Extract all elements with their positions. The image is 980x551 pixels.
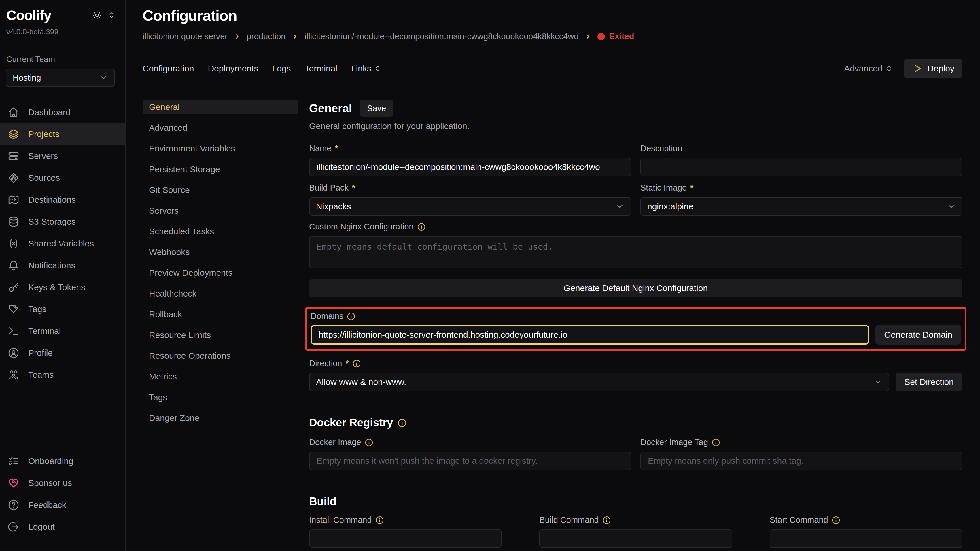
tags-icon [8, 303, 19, 315]
direction-label: Direction* [309, 359, 963, 368]
sidebar-item-notifications[interactable]: Notifications [0, 254, 125, 276]
sidebar-item-tags[interactable]: Tags [0, 298, 125, 320]
description-input[interactable] [640, 158, 963, 176]
info-icon[interactable] [347, 312, 355, 321]
build-pack-select[interactable]: Nixpacks [309, 197, 631, 216]
generate-domain-button[interactable]: Generate Domain [875, 325, 961, 345]
users-icon [8, 369, 19, 381]
start-command-input[interactable] [770, 529, 963, 548]
subnav-item-resource-operations[interactable]: Resource Operations [143, 349, 298, 363]
nginx-config-textarea[interactable] [309, 236, 963, 268]
sidebar-item-onboarding[interactable]: Onboarding [0, 450, 125, 472]
sidebar-item-profile[interactable]: Profile [0, 342, 125, 364]
git-source-icon [8, 172, 19, 184]
breadcrumb-application[interactable]: illicitestonion/-module--decomposition:m… [304, 32, 578, 41]
subnav-item-metrics[interactable]: Metrics [143, 369, 298, 384]
direction-select[interactable]: Allow www & non-www. [309, 373, 889, 391]
layers-icon [8, 128, 19, 140]
sidebar-item-sources[interactable]: Sources [0, 167, 125, 189]
subnav-item-environment-variables[interactable]: Environment Variables [143, 141, 298, 156]
subnav-item-scheduled-tasks[interactable]: Scheduled Tasks [143, 224, 298, 239]
sidebar-item-keys-tokens[interactable]: Keys & Tokens [0, 276, 125, 298]
subnav-item-webhooks[interactable]: Webhooks [143, 245, 298, 259]
docker-image-input[interactable] [309, 452, 631, 470]
domains-input[interactable] [310, 325, 869, 345]
sidebar-item-servers[interactable]: Servers [0, 145, 125, 167]
subnav-item-rollback[interactable]: Rollback [143, 307, 298, 322]
help-circle-icon [8, 499, 19, 511]
subnav-item-git-source[interactable]: Git Source [143, 183, 298, 197]
sidebar-item-shared-variables[interactable]: Shared Variables [0, 233, 125, 254]
static-image-select[interactable]: nginx:alpine [640, 197, 963, 216]
subnav-item-advanced[interactable]: Advanced [143, 121, 298, 135]
app-tabs: Configuration Deployments Logs Terminal … [143, 59, 963, 78]
breadcrumb-project[interactable]: illicitonion quote server [143, 32, 228, 41]
sidebar-item-s3-storages[interactable]: S3 Storages [0, 211, 125, 233]
server-icon [8, 150, 19, 162]
subnav-item-preview-deployments[interactable]: Preview Deployments [143, 266, 298, 280]
info-icon[interactable] [375, 516, 384, 524]
sidebar-item-logout[interactable]: Logout [0, 516, 125, 538]
info-icon[interactable] [352, 359, 361, 368]
general-description: General configuration for your applicati… [309, 121, 963, 131]
home-icon [8, 106, 19, 118]
subnav-item-general[interactable]: General [143, 100, 298, 114]
sidebar-item-terminal[interactable]: Terminal [0, 320, 125, 342]
generate-nginx-config-button[interactable]: Generate Default Nginx Configuration [309, 279, 963, 297]
subnav-item-danger-zone[interactable]: Danger Zone [143, 411, 298, 425]
subnav-item-tags[interactable]: Tags [143, 390, 298, 405]
general-heading: General [309, 102, 352, 115]
sidebar-item-destinations[interactable]: Destinations [0, 189, 125, 211]
info-icon[interactable] [398, 418, 407, 427]
build-command-input[interactable] [539, 529, 732, 548]
docker-image-label: Docker Image [309, 438, 631, 447]
subnav-item-resource-limits[interactable]: Resource Limits [143, 328, 298, 342]
subnav-item-persistent-storage[interactable]: Persistent Storage [143, 162, 298, 176]
checklist-icon [8, 455, 19, 467]
team-select[interactable]: Hosting [6, 68, 115, 87]
sidebar-footer-nav: Onboarding Sponsor us Feedback Logout [0, 450, 125, 538]
build-pack-label: Build Pack* [309, 183, 631, 192]
nginx-config-label: Custom Nginx Configuration [309, 222, 963, 232]
tab-deployments[interactable]: Deployments [208, 64, 258, 73]
advanced-menu[interactable]: Advanced [844, 64, 892, 73]
domains-label: Domains [310, 311, 961, 321]
tab-links[interactable]: Links [351, 64, 381, 73]
info-icon[interactable] [365, 438, 373, 447]
sidebar-item-projects[interactable]: Projects [0, 123, 125, 145]
tabs-divider [143, 85, 963, 86]
sidebar-item-teams[interactable]: Teams [0, 364, 125, 386]
start-command-label: Start Command [770, 515, 963, 525]
chevron-right-icon [291, 33, 299, 40]
tab-logs[interactable]: Logs [272, 64, 291, 73]
breadcrumb: illicitonion quote server production ill… [143, 32, 963, 41]
set-direction-button[interactable]: Set Direction [896, 373, 963, 391]
status-text: Exited [609, 32, 634, 41]
terminal-icon [8, 325, 19, 337]
save-button[interactable]: Save [360, 100, 393, 117]
install-command-input[interactable] [309, 529, 502, 548]
sidebar-item-sponsor-us[interactable]: Sponsor us [0, 472, 125, 494]
docker-image-tag-input[interactable] [640, 452, 963, 470]
sidebar-item-dashboard[interactable]: Dashboard [0, 101, 125, 123]
chevron-down-icon [947, 202, 956, 211]
info-icon[interactable] [832, 516, 840, 524]
tab-configuration[interactable]: Configuration [143, 64, 194, 73]
subnav-item-healthcheck[interactable]: Healthcheck [143, 286, 298, 301]
info-icon[interactable] [602, 516, 611, 524]
configuration-subnav: General Advanced Environment Variables P… [143, 100, 298, 551]
subnav-item-servers[interactable]: Servers [143, 203, 298, 218]
docker-image-tag-label: Docker Image Tag [640, 438, 963, 447]
sidebar-item-feedback[interactable]: Feedback [0, 494, 125, 516]
breadcrumb-environment[interactable]: production [247, 32, 285, 41]
info-icon[interactable] [417, 222, 426, 231]
info-icon[interactable] [711, 438, 720, 447]
name-input[interactable] [309, 158, 631, 176]
sidebar: Coolify v4.0.0-beta.399 Current Team Hos… [0, 0, 126, 551]
deploy-button[interactable]: Deploy [904, 59, 963, 78]
database-icon [8, 216, 19, 228]
tab-terminal[interactable]: Terminal [305, 64, 337, 73]
instance-switcher-chevrons-icon[interactable] [108, 11, 115, 19]
theme-toggle-sun-icon[interactable] [92, 10, 102, 20]
variables-icon [8, 238, 19, 249]
